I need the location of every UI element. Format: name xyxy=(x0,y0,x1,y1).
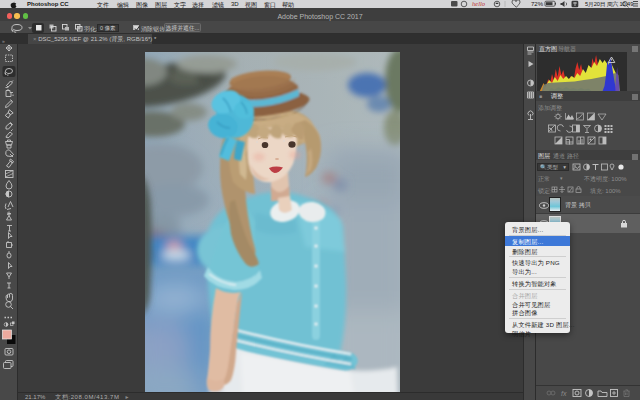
svg-text:fx: fx xyxy=(561,390,567,397)
svg-text:hello: hello xyxy=(472,0,486,7)
